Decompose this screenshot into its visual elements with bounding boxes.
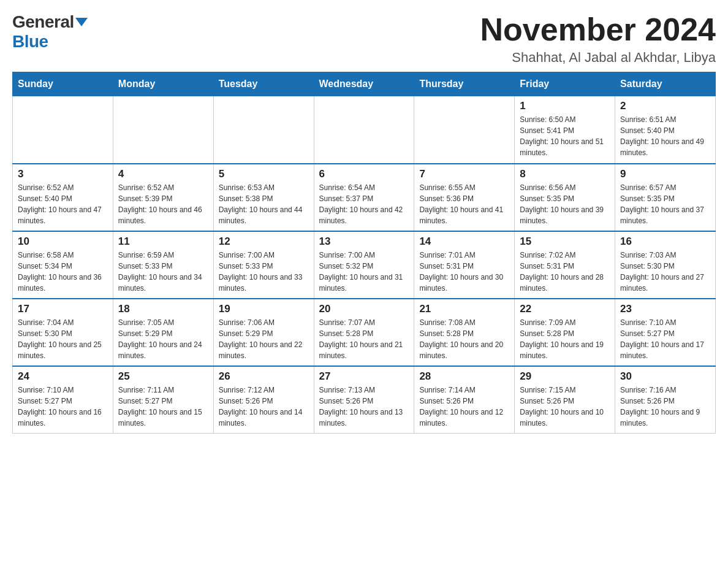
calendar-cell: 24Sunrise: 7:10 AMSunset: 5:27 PMDayligh…: [13, 366, 113, 434]
day-number: 27: [319, 370, 409, 383]
day-number: 25: [118, 370, 208, 383]
calendar-header-monday: Monday: [113, 72, 213, 96]
day-number: 20: [319, 303, 409, 315]
calendar-week-5: 24Sunrise: 7:10 AMSunset: 5:27 PMDayligh…: [13, 366, 716, 434]
day-info: Sunrise: 7:14 AMSunset: 5:26 PMDaylight:…: [419, 385, 509, 429]
calendar-cell: [13, 96, 113, 164]
day-number: 7: [419, 168, 509, 180]
day-info: Sunrise: 6:54 AMSunset: 5:37 PMDaylight:…: [319, 182, 409, 226]
calendar-cell: 13Sunrise: 7:00 AMSunset: 5:32 PMDayligh…: [314, 231, 414, 299]
calendar-cell: [414, 96, 515, 164]
day-info: Sunrise: 7:08 AMSunset: 5:28 PMDaylight:…: [419, 317, 509, 361]
day-number: 14: [419, 236, 509, 248]
page-header: General Blue November 2024 Shahhat, Al J…: [12, 12, 716, 66]
calendar-cell: 17Sunrise: 7:04 AMSunset: 5:30 PMDayligh…: [13, 299, 113, 366]
calendar-header-thursday: Thursday: [414, 72, 515, 96]
calendar-cell: 8Sunrise: 6:56 AMSunset: 5:35 PMDaylight…: [515, 164, 615, 231]
day-number: 10: [18, 236, 108, 248]
day-number: 2: [620, 100, 710, 112]
calendar-cell: 6Sunrise: 6:54 AMSunset: 5:37 PMDaylight…: [314, 164, 414, 231]
day-info: Sunrise: 6:56 AMSunset: 5:35 PMDaylight:…: [520, 182, 610, 226]
calendar-header-saturday: Saturday: [615, 72, 716, 96]
day-info: Sunrise: 7:00 AMSunset: 5:32 PMDaylight:…: [319, 250, 409, 294]
day-info: Sunrise: 7:07 AMSunset: 5:28 PMDaylight:…: [319, 317, 409, 361]
day-number: 18: [118, 303, 208, 315]
calendar-cell: [314, 96, 414, 164]
day-number: 11: [118, 236, 208, 248]
calendar-cell: 14Sunrise: 7:01 AMSunset: 5:31 PMDayligh…: [414, 231, 515, 299]
day-number: 9: [620, 168, 710, 180]
calendar-cell: 19Sunrise: 7:06 AMSunset: 5:29 PMDayligh…: [213, 299, 314, 366]
day-number: 1: [520, 100, 610, 112]
calendar-cell: 21Sunrise: 7:08 AMSunset: 5:28 PMDayligh…: [414, 299, 515, 366]
day-info: Sunrise: 6:53 AMSunset: 5:38 PMDaylight:…: [219, 182, 309, 226]
calendar-cell: 2Sunrise: 6:51 AMSunset: 5:40 PMDaylight…: [615, 96, 716, 164]
day-number: 5: [219, 168, 309, 180]
calendar-cell: 26Sunrise: 7:12 AMSunset: 5:26 PMDayligh…: [213, 366, 314, 434]
calendar-cell: 10Sunrise: 6:58 AMSunset: 5:34 PMDayligh…: [13, 231, 113, 299]
location-title: Shahhat, Al Jabal al Akhdar, Libya: [480, 50, 716, 66]
day-info: Sunrise: 7:06 AMSunset: 5:29 PMDaylight:…: [219, 317, 309, 361]
calendar-cell: 18Sunrise: 7:05 AMSunset: 5:29 PMDayligh…: [113, 299, 213, 366]
day-info: Sunrise: 7:10 AMSunset: 5:27 PMDaylight:…: [620, 317, 710, 361]
month-title: November 2024: [480, 12, 716, 47]
calendar-cell: 29Sunrise: 7:15 AMSunset: 5:26 PMDayligh…: [515, 366, 615, 434]
calendar-cell: 23Sunrise: 7:10 AMSunset: 5:27 PMDayligh…: [615, 299, 716, 366]
day-info: Sunrise: 6:51 AMSunset: 5:40 PMDaylight:…: [620, 114, 710, 158]
calendar-cell: [213, 96, 314, 164]
day-number: 8: [520, 168, 610, 180]
day-number: 6: [319, 168, 409, 180]
calendar-cell: 20Sunrise: 7:07 AMSunset: 5:28 PMDayligh…: [314, 299, 414, 366]
day-info: Sunrise: 7:12 AMSunset: 5:26 PMDaylight:…: [219, 385, 309, 429]
day-info: Sunrise: 7:16 AMSunset: 5:26 PMDaylight:…: [620, 385, 710, 429]
calendar-cell: 5Sunrise: 6:53 AMSunset: 5:38 PMDaylight…: [213, 164, 314, 231]
calendar-cell: 9Sunrise: 6:57 AMSunset: 5:35 PMDaylight…: [615, 164, 716, 231]
day-number: 12: [219, 236, 309, 248]
calendar-cell: [113, 96, 213, 164]
calendar-week-3: 10Sunrise: 6:58 AMSunset: 5:34 PMDayligh…: [13, 231, 716, 299]
day-number: 23: [620, 303, 710, 315]
calendar-cell: 22Sunrise: 7:09 AMSunset: 5:28 PMDayligh…: [515, 299, 615, 366]
day-number: 22: [520, 303, 610, 315]
day-info: Sunrise: 6:58 AMSunset: 5:34 PMDaylight:…: [18, 250, 108, 294]
day-number: 16: [620, 236, 710, 248]
day-number: 26: [219, 370, 309, 383]
calendar-cell: 25Sunrise: 7:11 AMSunset: 5:27 PMDayligh…: [113, 366, 213, 434]
calendar-header-row: SundayMondayTuesdayWednesdayThursdayFrid…: [13, 72, 716, 96]
day-info: Sunrise: 7:10 AMSunset: 5:27 PMDaylight:…: [18, 385, 108, 429]
day-info: Sunrise: 7:09 AMSunset: 5:28 PMDaylight:…: [520, 317, 610, 361]
calendar-cell: 12Sunrise: 7:00 AMSunset: 5:33 PMDayligh…: [213, 231, 314, 299]
logo-general-text: General: [12, 12, 74, 32]
day-number: 19: [219, 303, 309, 315]
day-info: Sunrise: 7:03 AMSunset: 5:30 PMDaylight:…: [620, 250, 710, 294]
day-number: 28: [419, 370, 509, 383]
calendar-cell: 28Sunrise: 7:14 AMSunset: 5:26 PMDayligh…: [414, 366, 515, 434]
day-number: 24: [18, 370, 108, 383]
day-number: 13: [319, 236, 409, 248]
calendar-header-tuesday: Tuesday: [213, 72, 314, 96]
calendar-week-4: 17Sunrise: 7:04 AMSunset: 5:30 PMDayligh…: [13, 299, 716, 366]
day-info: Sunrise: 7:05 AMSunset: 5:29 PMDaylight:…: [118, 317, 208, 361]
title-block: November 2024 Shahhat, Al Jabal al Akhda…: [480, 12, 716, 66]
calendar-cell: 4Sunrise: 6:52 AMSunset: 5:39 PMDaylight…: [113, 164, 213, 231]
day-info: Sunrise: 7:00 AMSunset: 5:33 PMDaylight:…: [219, 250, 309, 294]
calendar-cell: 27Sunrise: 7:13 AMSunset: 5:26 PMDayligh…: [314, 366, 414, 434]
calendar-week-2: 3Sunrise: 6:52 AMSunset: 5:40 PMDaylight…: [13, 164, 716, 231]
day-info: Sunrise: 6:50 AMSunset: 5:41 PMDaylight:…: [520, 114, 610, 158]
calendar-cell: 15Sunrise: 7:02 AMSunset: 5:31 PMDayligh…: [515, 231, 615, 299]
logo-triangle-icon: [75, 18, 88, 26]
day-number: 29: [520, 370, 610, 383]
calendar-header-wednesday: Wednesday: [314, 72, 414, 96]
calendar-week-1: 1Sunrise: 6:50 AMSunset: 5:41 PMDaylight…: [13, 96, 716, 164]
day-info: Sunrise: 7:02 AMSunset: 5:31 PMDaylight:…: [520, 250, 610, 294]
day-info: Sunrise: 6:55 AMSunset: 5:36 PMDaylight:…: [419, 182, 509, 226]
calendar-header-sunday: Sunday: [13, 72, 113, 96]
day-info: Sunrise: 6:52 AMSunset: 5:40 PMDaylight:…: [18, 182, 108, 226]
day-info: Sunrise: 7:04 AMSunset: 5:30 PMDaylight:…: [18, 317, 108, 361]
day-number: 3: [18, 168, 108, 180]
logo-blue-text: Blue: [12, 32, 48, 52]
day-number: 21: [419, 303, 509, 315]
day-info: Sunrise: 6:57 AMSunset: 5:35 PMDaylight:…: [620, 182, 710, 226]
day-info: Sunrise: 6:52 AMSunset: 5:39 PMDaylight:…: [118, 182, 208, 226]
calendar-cell: 16Sunrise: 7:03 AMSunset: 5:30 PMDayligh…: [615, 231, 716, 299]
